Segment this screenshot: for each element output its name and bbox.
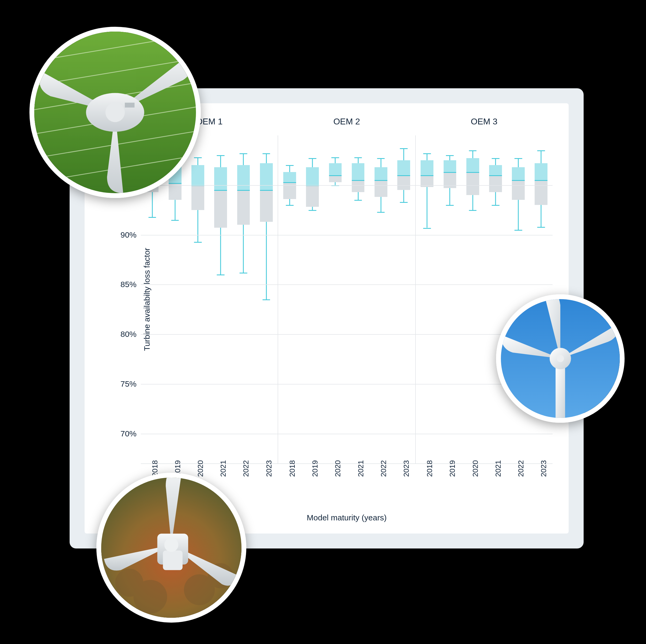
slot: 2019 — [301, 135, 324, 464]
svg-rect-20 — [163, 550, 183, 570]
y-gridline — [141, 334, 553, 335]
boxplot-box — [237, 135, 250, 464]
svg-rect-11 — [555, 364, 565, 418]
slot: 2020 — [324, 135, 347, 464]
slot: 2023 — [255, 135, 278, 464]
boxplot-box — [374, 135, 388, 464]
boxplot-box — [421, 135, 433, 464]
slot: 2019 — [164, 135, 186, 464]
y-tick-label: 85% — [120, 280, 136, 289]
slot: 2022 — [232, 135, 255, 464]
plot-inner: Turbine availabilty loss factor OEM 1201… — [141, 135, 553, 464]
slot: 2019 — [438, 135, 461, 464]
boxplot-box — [260, 135, 273, 464]
boxplot-box — [306, 135, 319, 464]
boxplot-box — [191, 135, 204, 464]
svg-point-13 — [557, 355, 564, 362]
boxplot-box — [169, 135, 182, 464]
slot: 2022 — [507, 135, 530, 464]
slot: 2020 — [186, 135, 209, 464]
facets: OEM 1201820192020202120222023OEM 2201820… — [141, 135, 553, 464]
facet-header: OEM 3 — [416, 117, 553, 127]
slots: 201820192020202120222023 — [278, 135, 415, 464]
y-gridline — [141, 384, 553, 384]
svg-point-21 — [165, 538, 178, 552]
facet: OEM 2201820192020202120222023 — [278, 135, 416, 464]
y-tick-label: 80% — [120, 330, 136, 339]
boxplot-box — [466, 135, 479, 464]
y-tick-label: 90% — [120, 230, 136, 240]
slot: 2022 — [369, 135, 392, 464]
y-tick-label: 70% — [120, 429, 136, 438]
boxplot-box — [512, 135, 525, 464]
plot-area: Turbine availabilty loss factor OEM 1201… — [141, 135, 553, 464]
svg-point-8 — [105, 103, 125, 122]
slot: 2021 — [209, 135, 232, 464]
turbine-photo-1 — [29, 27, 201, 198]
facet-header: OEM 2 — [278, 117, 415, 127]
boxplot-box — [444, 135, 456, 464]
turbine-photo-3 — [96, 473, 246, 623]
boxplot-box — [397, 135, 410, 464]
turbine-photo-2 — [496, 294, 625, 423]
y-gridline — [141, 434, 553, 434]
slot: 2020 — [461, 135, 484, 464]
slot: 2018 — [278, 135, 301, 464]
boxplot-box — [489, 135, 502, 464]
y-gridline — [141, 235, 553, 236]
y-gridline — [141, 284, 553, 285]
boxplot-box — [329, 135, 342, 464]
y-gridline — [141, 185, 553, 186]
boxplot-box — [283, 135, 296, 464]
svg-rect-9 — [125, 103, 134, 108]
stage: Turbine availabilty loss factor OEM 1201… — [0, 0, 646, 644]
slots: 201820192020202120222023 — [141, 135, 278, 464]
slot: 2018 — [416, 135, 438, 464]
boxplot-box — [214, 135, 227, 464]
boxplot-box — [352, 135, 365, 464]
facet: OEM 1201820192020202120222023 — [141, 135, 278, 464]
slot: 2023 — [392, 135, 415, 464]
slot: 2021 — [347, 135, 369, 464]
slot: 2021 — [484, 135, 507, 464]
svg-point-16 — [134, 580, 167, 614]
y-tick-label: 75% — [120, 379, 136, 388]
